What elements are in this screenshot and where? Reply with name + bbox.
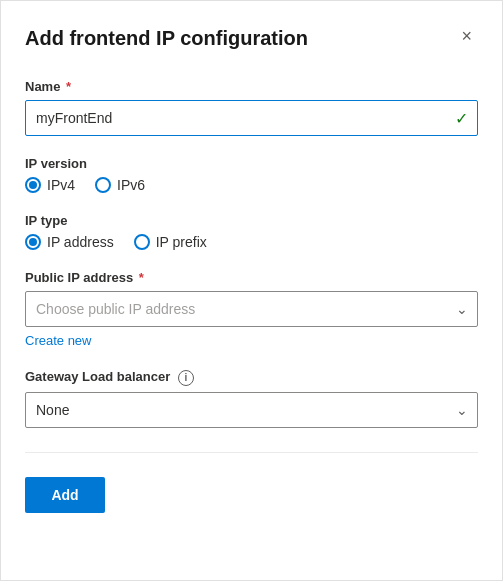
ipv6-radio[interactable] (95, 177, 111, 193)
gateway-lb-dropdown-wrapper: None ⌄ (25, 392, 478, 428)
ipv4-radio-item[interactable]: IPv4 (25, 177, 75, 193)
public-ip-group: Public IP address * Choose public IP add… (25, 270, 478, 349)
public-ip-dropdown[interactable]: Choose public IP address (25, 291, 478, 327)
ip-type-label: IP type (25, 213, 478, 228)
public-ip-label: Public IP address * (25, 270, 478, 285)
gateway-lb-dropdown[interactable]: None (25, 392, 478, 428)
create-new-link[interactable]: Create new (25, 333, 91, 348)
gateway-lb-info-icon[interactable]: i (178, 370, 194, 386)
name-label: Name * (25, 79, 478, 94)
ipv4-radio[interactable] (25, 177, 41, 193)
name-check-icon: ✓ (455, 109, 468, 128)
gateway-lb-label: Gateway Load balancer i (25, 369, 478, 386)
public-ip-dropdown-wrapper: Choose public IP address ⌄ (25, 291, 478, 327)
name-input[interactable] (25, 100, 478, 136)
name-field-group: Name * ✓ (25, 79, 478, 136)
name-required-star: * (62, 79, 71, 94)
ip-prefix-radio-item[interactable]: IP prefix (134, 234, 207, 250)
ip-version-group: IP version IPv4 IPv6 (25, 156, 478, 193)
ip-address-radio-item[interactable]: IP address (25, 234, 114, 250)
ipv6-label: IPv6 (117, 177, 145, 193)
gateway-lb-group: Gateway Load balancer i None ⌄ (25, 369, 478, 428)
panel-title: Add frontend IP configuration (25, 25, 308, 51)
public-ip-required-star: * (135, 270, 144, 285)
ipv6-radio-item[interactable]: IPv6 (95, 177, 145, 193)
add-button[interactable]: Add (25, 477, 105, 513)
ip-prefix-radio[interactable] (134, 234, 150, 250)
ipv4-label: IPv4 (47, 177, 75, 193)
add-frontend-ip-panel: Add frontend IP configuration × Name * ✓… (0, 0, 503, 581)
ip-prefix-label: IP prefix (156, 234, 207, 250)
ip-version-label: IP version (25, 156, 478, 171)
ip-type-radio-group: IP address IP prefix (25, 234, 478, 250)
footer-divider (25, 452, 478, 453)
panel-header: Add frontend IP configuration × (25, 25, 478, 51)
close-button[interactable]: × (455, 25, 478, 47)
ip-version-radio-group: IPv4 IPv6 (25, 177, 478, 193)
ip-type-group: IP type IP address IP prefix (25, 213, 478, 250)
ip-address-label: IP address (47, 234, 114, 250)
name-input-wrapper: ✓ (25, 100, 478, 136)
ip-address-radio[interactable] (25, 234, 41, 250)
